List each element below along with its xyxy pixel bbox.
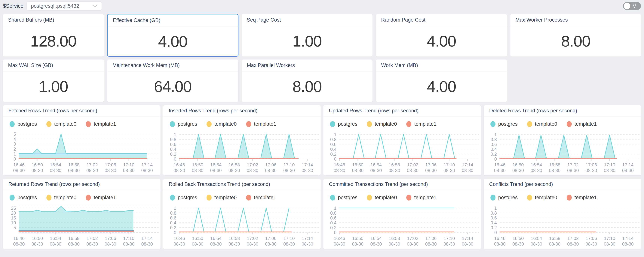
legend-item[interactable]: template1 <box>246 195 276 201</box>
svg-text:17:02: 17:02 <box>247 236 258 241</box>
chart-legend: postgrestemplate0template1 <box>3 116 160 127</box>
legend-item[interactable]: template0 <box>527 121 557 127</box>
legend-label: template0 <box>375 121 397 127</box>
legend-swatch-icon <box>527 195 532 201</box>
svg-text:08-30: 08-30 <box>86 242 98 247</box>
svg-text:17:14: 17:14 <box>462 162 473 167</box>
svg-text:0.4: 0.4 <box>490 220 496 225</box>
chart-canvas: 51015202516:4608-3016:5008-3016:5408-301… <box>3 203 160 248</box>
stat-card-header: Random Page Cost <box>376 14 507 26</box>
svg-text:16:46: 16:46 <box>494 236 505 241</box>
svg-text:17:14: 17:14 <box>302 236 313 241</box>
legend-item[interactable]: template0 <box>527 195 557 201</box>
stat-card[interactable]: Seq Page Cost1.00 <box>242 14 373 57</box>
legend-item[interactable]: postgres <box>170 121 197 127</box>
stat-value: 64.00 <box>107 71 238 101</box>
svg-text:08-30: 08-30 <box>462 242 473 247</box>
stat-value: 128.00 <box>3 26 104 56</box>
chart-title: Conflicts Trend (per second) <box>489 181 553 187</box>
stat-title: Random Page Cost <box>381 17 426 23</box>
legend-item[interactable]: postgres <box>330 195 358 201</box>
svg-text:17:02: 17:02 <box>567 162 578 167</box>
svg-text:08-30: 08-30 <box>407 168 418 173</box>
legend-swatch-icon <box>330 121 335 127</box>
legend-item[interactable]: template1 <box>567 121 597 127</box>
legend-item[interactable]: template0 <box>206 195 237 201</box>
svg-text:08-30: 08-30 <box>604 242 615 247</box>
svg-text:17:06: 17:06 <box>105 236 116 241</box>
topbar: $Service postgresql::psql:5432 V <box>0 0 644 12</box>
svg-text:0.6: 0.6 <box>330 215 336 221</box>
chart-plot-area: 00.20.40.60.8116:4608-3016:5008-3016:540… <box>163 129 321 175</box>
service-select[interactable]: postgresql::psql:5432 <box>26 1 102 11</box>
svg-text:08-30: 08-30 <box>604 168 615 173</box>
view-toggle[interactable]: V <box>623 2 641 10</box>
legend-item[interactable]: postgres <box>490 195 518 201</box>
svg-text:08-30: 08-30 <box>105 168 116 173</box>
legend-item[interactable]: template0 <box>206 121 237 127</box>
chart-header: Committed Transactions Trend (per second… <box>323 179 481 190</box>
chart-legend: postgrestemplate0template1 <box>484 116 641 127</box>
legend-item[interactable]: postgres <box>490 121 518 127</box>
svg-text:16:58: 16:58 <box>549 236 560 241</box>
legend-item[interactable]: template1 <box>567 195 597 201</box>
legend-item[interactable]: template0 <box>367 195 397 201</box>
legend-label: template1 <box>94 195 116 201</box>
stat-card[interactable]: Max Parallel Workers8.00 <box>242 59 373 102</box>
legend-swatch-icon <box>86 195 91 201</box>
legend-item[interactable]: postgres <box>330 121 358 127</box>
legend-swatch-icon <box>527 121 532 127</box>
chart-canvas: 00.20.40.60.8116:4608-3016:5008-3016:540… <box>163 203 320 248</box>
stat-card[interactable]: Effective Cache (GB)4.00 <box>107 14 238 57</box>
legend-swatch-icon <box>246 195 251 201</box>
stat-value: 8.00 <box>510 26 641 56</box>
legend-label: template1 <box>414 195 436 201</box>
stat-card[interactable]: Max Worker Processes8.00 <box>510 14 642 57</box>
chart-plot-area: 01234516:4608-3016:5008-3016:5408-3016:5… <box>3 129 160 175</box>
svg-text:17:02: 17:02 <box>407 236 418 241</box>
svg-text:08-30: 08-30 <box>494 242 506 247</box>
svg-text:08-30: 08-30 <box>265 168 276 173</box>
legend-item[interactable]: postgres <box>10 121 37 127</box>
legend-swatch-icon <box>10 195 15 201</box>
legend-item[interactable]: template1 <box>406 121 436 127</box>
chart-panel: Conflicts Trend (per second)postgrestemp… <box>484 179 642 249</box>
stat-title: Max WAL Size (GB) <box>8 62 53 68</box>
stat-card[interactable]: Maintenance Work Mem (MB)64.00 <box>107 59 238 102</box>
svg-text:17:10: 17:10 <box>604 236 615 241</box>
legend-item[interactable]: template1 <box>86 121 116 127</box>
stat-card[interactable]: Work Mem (MB)4.00 <box>376 59 507 102</box>
chart-canvas: 00.20.40.60.8116:4608-3016:5008-3016:540… <box>484 203 641 248</box>
svg-text:17:06: 17:06 <box>425 162 436 167</box>
stat-value: 1.00 <box>3 71 104 101</box>
stat-card[interactable]: Max WAL Size (GB)1.00 <box>3 59 104 102</box>
chart-panel: Returned Rows Trend (rows per second)pos… <box>3 179 161 249</box>
chart-canvas: 00.20.40.60.8116:4608-3016:5008-3016:540… <box>163 129 320 174</box>
legend-label: template1 <box>414 121 436 127</box>
legend-label: template0 <box>214 121 237 127</box>
stat-card[interactable]: Random Page Cost4.00 <box>376 14 507 57</box>
service-select-value: postgresql::psql:5432 <box>31 3 79 9</box>
svg-text:16:46: 16:46 <box>334 236 345 241</box>
svg-text:08-30: 08-30 <box>105 242 116 247</box>
svg-text:08-30: 08-30 <box>123 242 134 247</box>
legend-item[interactable]: template1 <box>406 195 436 201</box>
legend-label: postgres <box>498 195 518 201</box>
svg-text:16:50: 16:50 <box>352 236 363 241</box>
chart-legend: postgrestemplate0template1 <box>3 190 160 201</box>
legend-item[interactable]: template1 <box>86 195 116 201</box>
legend-item[interactable]: postgres <box>170 195 197 201</box>
legend-item[interactable]: template1 <box>246 121 276 127</box>
chart-legend: postgrestemplate0template1 <box>484 190 641 201</box>
legend-item[interactable]: template0 <box>46 121 76 127</box>
svg-text:08-30: 08-30 <box>283 242 295 247</box>
svg-text:16:50: 16:50 <box>32 236 43 241</box>
svg-text:08-30: 08-30 <box>141 242 153 247</box>
legend-item[interactable]: template0 <box>46 195 76 201</box>
stat-card-header: Max Worker Processes <box>510 14 641 26</box>
legend-item[interactable]: template0 <box>367 121 397 127</box>
legend-item[interactable]: postgres <box>10 195 37 201</box>
stat-card[interactable]: Shared Buffers (MB)128.00 <box>3 14 104 57</box>
svg-text:0.8: 0.8 <box>330 211 336 216</box>
svg-text:08-30: 08-30 <box>586 242 597 247</box>
